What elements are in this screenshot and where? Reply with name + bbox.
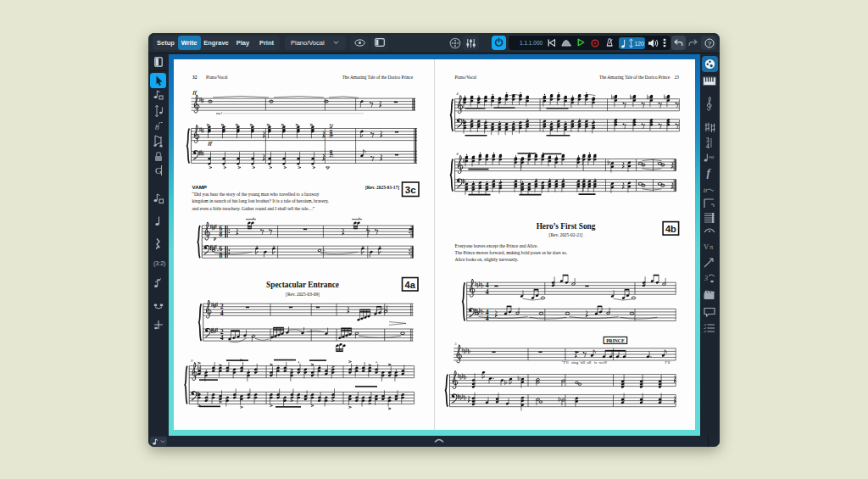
svg-text:4: 4 (485, 288, 488, 296)
svg-text:2x only: 2x only (328, 124, 333, 138)
svg-text:Alice looks on, slightly nervo: Alice looks on, slightly nervously. (454, 257, 518, 262)
svg-text:4: 4 (485, 315, 488, 322)
svg-text:8: 8 (219, 252, 222, 259)
svg-text:3c: 3c (404, 185, 415, 195)
svg-text:and even a little treachery. G: and even a little treachery. Gather roun… (192, 206, 314, 211)
svg-text:4b: 4b (665, 224, 676, 234)
svg-text:8: 8 (219, 231, 222, 238)
svg-text:32: 32 (192, 75, 198, 80)
svg-text:I’ll: I’ll (665, 360, 670, 365)
svg-text:PRINCE: PRINCE (606, 338, 625, 343)
svg-text:va: va (709, 153, 714, 159)
svg-text:The Amazing Tale of the Dorico: The Amazing Tale of the Dorico Prince (342, 75, 413, 80)
svg-text:4: 4 (456, 92, 458, 96)
svg-text:4: 4 (220, 334, 223, 342)
svg-text:(3:2): (3:2) (153, 260, 165, 267)
svg-text:4: 4 (220, 309, 223, 317)
svg-text:tr: tr (704, 187, 709, 194)
svg-text:“I’ll sing ‘till all is: “I’ll sing ‘till all is well! (561, 360, 607, 365)
svg-text:ff: ff (208, 140, 212, 147)
svg-text:mG: mG (328, 150, 333, 158)
svg-text:kingdom in search of his long: kingdom in search of his long lost broth… (192, 198, 329, 203)
svg-text:ff: ff (192, 89, 197, 95)
svg-text:me!: me! (216, 111, 223, 115)
svg-text:[Rev. 2025-02-21]: [Rev. 2025-02-21] (548, 232, 582, 237)
svg-text:8: 8 (456, 152, 459, 156)
svg-text:“Did you hear the story of the: “Did you hear the story of the young man… (192, 192, 319, 197)
svg-text:8: 8 (155, 123, 159, 131)
svg-text:f: f (707, 166, 712, 179)
svg-text:4: 4 (706, 142, 709, 149)
svg-text:V: V (704, 242, 709, 251)
svg-text:5: 5 (454, 342, 456, 346)
svg-text:[Rev. 2025-03-09]: [Rev. 2025-03-09] (286, 292, 320, 297)
svg-text:[Rev. 2025-03-17]: [Rev. 2025-03-17] (364, 185, 398, 190)
svg-text:Hero’s First Song: Hero’s First Song (536, 222, 595, 231)
svg-text:p: p (213, 236, 216, 241)
svg-text:Everyone leaves except the Pri: Everyone leaves except the Prince and Al… (454, 243, 537, 248)
svg-text:?: ? (707, 39, 711, 47)
svg-text:VAMP: VAMP (192, 184, 206, 190)
svg-text:The Amazing Tale of the Dorico: The Amazing Tale of the Dorico Prince 23 (599, 75, 679, 80)
svg-text:3: 3 (704, 275, 708, 282)
svg-text:The Prince moves forward, maki: The Prince moves forward, making bold po… (454, 250, 567, 255)
svg-text:π: π (709, 242, 714, 251)
svg-text:9: 9 (191, 359, 193, 363)
svg-text:4a: 4a (404, 280, 415, 290)
svg-text:Piano/Vocal: Piano/Vocal (454, 75, 476, 80)
svg-text:Spectacular Entrance: Spectacular Entrance (266, 281, 339, 289)
svg-text:G: G (155, 165, 162, 175)
svg-text:Piano/Vocal: Piano/Vocal (206, 75, 228, 80)
